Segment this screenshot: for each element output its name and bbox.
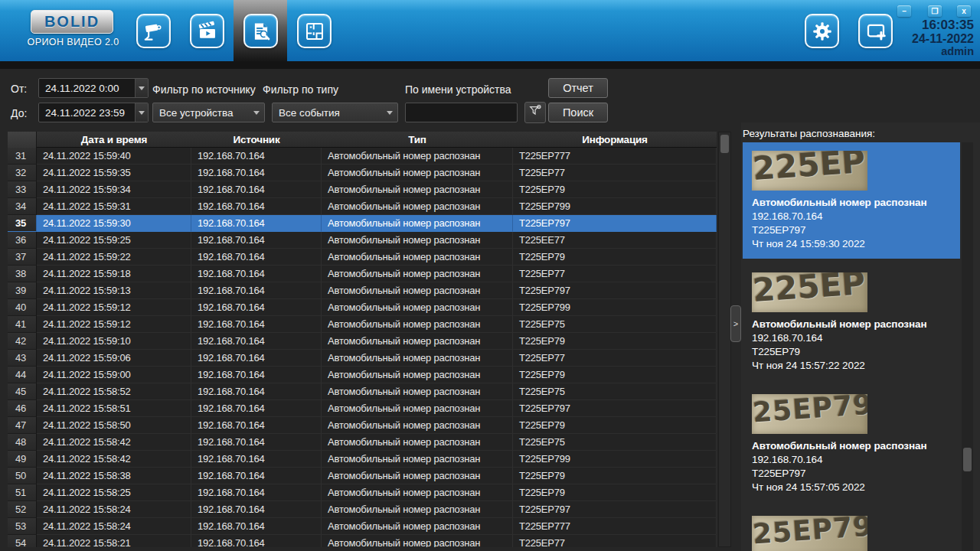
row-source: 192.168.70.164 [191, 198, 322, 215]
tab-playback[interactable] [190, 14, 224, 48]
table-row[interactable]: 39 24.11.2022 15:59:13 192.168.70.164 Ав… [8, 282, 717, 299]
row-datetime: 24.11.2022 15:58:51 [37, 400, 191, 417]
table-row[interactable]: 42 24.11.2022 15:59:10 192.168.70.164 Ав… [8, 333, 717, 350]
app-title: ОРИОН ВИДЕО 2.0 [25, 37, 121, 47]
col-header-info[interactable]: Информация [513, 132, 717, 148]
table-row[interactable]: 37 24.11.2022 15:59:22 192.168.70.164 Ав… [8, 249, 717, 266]
to-date-dropdown[interactable] [135, 103, 148, 122]
row-info: T225EP75 [513, 316, 717, 333]
col-header-source[interactable]: Источник [191, 132, 322, 148]
row-type: Автомобильный номер распознан [322, 434, 513, 451]
card-event-type: Автомобильный номер распознан [752, 318, 951, 331]
source-filter-value: Все устройства [153, 107, 249, 119]
row-source: 192.168.70.164 [191, 468, 322, 484]
gear-icon [811, 20, 834, 43]
row-info: T225EP79 [513, 367, 717, 383]
table-row[interactable]: 36 24.11.2022 15:59:25 192.168.70.164 Ав… [8, 232, 717, 249]
table-header: Дата и время Источник Тип Информация [8, 132, 717, 148]
table-scrollbar[interactable] [718, 132, 731, 547]
table-row[interactable]: 49 24.11.2022 15:58:42 192.168.70.164 Ав… [8, 451, 717, 468]
type-filter-combo[interactable]: Все события [272, 103, 398, 122]
device-name-input[interactable] [405, 103, 518, 122]
table-row[interactable]: 46 24.11.2022 15:58:51 192.168.70.164 Ав… [8, 400, 717, 417]
results-scrollbar-thumb[interactable] [963, 448, 972, 471]
to-date-field[interactable]: 24.11.2022 23:59 [38, 103, 149, 122]
table-row[interactable]: 32 24.11.2022 15:59:35 192.168.70.164 Ав… [8, 165, 717, 181]
recognition-card[interactable]: 225ЕР Автомобильный номер распознан 192.… [743, 142, 960, 259]
row-datetime: 24.11.2022 15:59:34 [37, 181, 191, 198]
row-type: Автомобильный номер распознан [322, 333, 513, 350]
table-row[interactable]: 33 24.11.2022 15:59:34 192.168.70.164 Ав… [8, 181, 717, 198]
table-row[interactable]: 48 24.11.2022 15:58:42 192.168.70.164 Ав… [8, 434, 717, 451]
row-info: T225EP777 [513, 148, 717, 165]
row-number: 37 [8, 249, 37, 266]
from-date-field[interactable]: 24.11.2022 0:00 [38, 78, 149, 98]
close-button[interactable]: x [957, 5, 971, 17]
table-row[interactable]: 38 24.11.2022 15:59:18 192.168.70.164 Ав… [8, 266, 717, 282]
maximize-button[interactable]: ❐ [928, 5, 942, 17]
table-row[interactable]: 44 24.11.2022 15:59:00 192.168.70.164 Ав… [8, 367, 717, 383]
card-source: 192.168.70.164 [752, 331, 951, 345]
table-row[interactable]: 50 24.11.2022 15:58:38 192.168.70.164 Ав… [8, 468, 717, 484]
row-datetime: 24.11.2022 15:59:10 [37, 333, 191, 350]
plate-snapshot-image: 25ЕР79 [752, 516, 867, 551]
row-number: 50 [8, 468, 37, 484]
table-row[interactable]: 47 24.11.2022 15:58:50 192.168.70.164 Ав… [8, 417, 717, 434]
source-filter-combo[interactable]: Все устройства [152, 103, 265, 122]
table-row[interactable]: 45 24.11.2022 15:58:52 192.168.70.164 Ав… [8, 383, 717, 400]
table-row[interactable]: 41 24.11.2022 15:59:12 192.168.70.164 Ав… [8, 316, 717, 333]
table-row[interactable]: 31 24.11.2022 15:59:40 192.168.70.164 Ав… [8, 148, 717, 165]
row-type: Автомобильный номер распознан [322, 383, 513, 400]
row-datetime: 24.11.2022 15:59:12 [37, 316, 191, 333]
settings-button[interactable] [805, 14, 839, 48]
tab-event-log[interactable] [243, 14, 278, 48]
tab-plans[interactable] [297, 14, 332, 48]
tab-cameras[interactable] [136, 14, 171, 48]
table-row[interactable]: 51 24.11.2022 15:58:25 192.168.70.164 Ав… [8, 484, 717, 501]
table-row[interactable]: 54 24.11.2022 15:58:21 192.168.70.164 Ав… [8, 535, 717, 547]
row-number-header [8, 132, 37, 148]
add-monitor-button[interactable] [858, 14, 893, 48]
recognition-card[interactable]: 25ЕР79 [743, 507, 960, 551]
row-info: T225EE77 [513, 232, 717, 249]
row-info: T225EP77 [513, 266, 717, 282]
table-row[interactable]: 35 24.11.2022 15:59:30 192.168.70.164 Ав… [8, 215, 717, 232]
table-row[interactable]: 53 24.11.2022 15:58:24 192.168.70.164 Ав… [8, 518, 717, 535]
panel-collapse-button[interactable]: > [730, 305, 741, 342]
row-source: 192.168.70.164 [191, 367, 322, 383]
from-date-dropdown[interactable] [135, 79, 148, 97]
recognition-card[interactable]: 25ЕР79 Автомобильный номер распознан 192… [743, 386, 960, 502]
source-filter-label: Фильтр по источнику [152, 83, 256, 96]
row-info: T225EP77 [513, 535, 717, 547]
row-type: Автомобильный номер распознан [322, 501, 513, 518]
table-row[interactable]: 43 24.11.2022 15:59:06 192.168.70.164 Ав… [8, 350, 717, 367]
row-info: T225EP79 [513, 333, 717, 350]
row-type: Автомобильный номер распознан [322, 535, 513, 547]
card-plate-number: T225EP797 [752, 467, 951, 481]
row-number: 34 [8, 198, 37, 215]
topbar-divider [0, 61, 980, 69]
table-row[interactable]: 40 24.11.2022 15:59:12 192.168.70.164 Ав… [8, 299, 717, 316]
row-source: 192.168.70.164 [191, 249, 322, 266]
col-header-datetime[interactable]: Дата и время [37, 132, 191, 148]
row-source: 192.168.70.164 [191, 165, 322, 181]
table-row[interactable]: 34 24.11.2022 15:59:31 192.168.70.164 Ав… [8, 198, 717, 215]
results-scrollbar[interactable] [962, 142, 973, 551]
row-number: 31 [8, 148, 37, 165]
table-scrollbar-thumb[interactable] [720, 135, 729, 153]
recognition-card[interactable]: 225ЕР Автомобильный номер распознан 192.… [743, 264, 960, 380]
minimize-button[interactable]: – [897, 5, 911, 17]
row-source: 192.168.70.164 [191, 148, 322, 165]
table-row[interactable]: 52 24.11.2022 15:58:24 192.168.70.164 Ав… [8, 501, 717, 518]
row-type: Автомобильный номер распознан [322, 215, 513, 232]
card-event-type: Автомобильный номер распознан [752, 196, 951, 210]
row-type: Автомобильный номер распознан [322, 350, 513, 367]
search-button[interactable]: Поиск [548, 103, 608, 122]
filter-funnel-button[interactable] [524, 102, 546, 123]
col-header-type[interactable]: Тип [322, 132, 513, 148]
row-info: T225EP799 [513, 198, 717, 215]
card-timestamp: Чт ноя 24 15:57:22 2022 [752, 359, 951, 373]
row-source: 192.168.70.164 [191, 518, 322, 535]
report-button[interactable]: Отчет [548, 78, 608, 98]
row-type: Автомобильный номер распознан [322, 316, 513, 333]
